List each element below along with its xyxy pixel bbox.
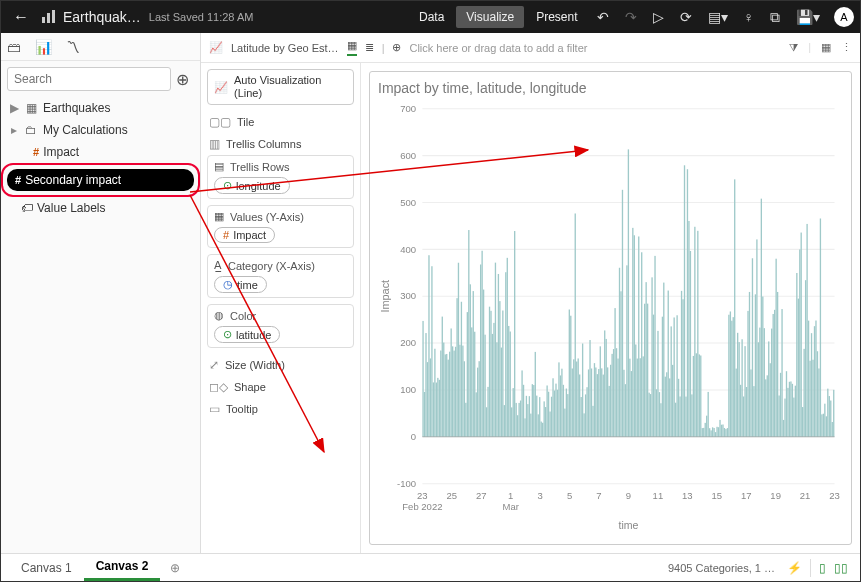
grid-mode-icon[interactable]: ▦ [347,39,357,56]
svg-rect-242 [749,292,750,437]
svg-rect-85 [517,415,518,437]
undo-icon[interactable]: ↶ [589,9,617,25]
svg-rect-138 [595,367,596,436]
shelf-category[interactable]: A̲Category (X-Axis) ◷time [207,254,354,298]
tree-folder-mycalcs[interactable]: ▸🗀 My Calculations [5,119,196,141]
svg-rect-190 [672,365,673,437]
canvas-tab-2[interactable]: Canvas 2 [84,554,161,581]
pill-impact[interactable]: #Impact [214,227,275,243]
svg-rect-30 [436,383,437,437]
svg-rect-144 [604,330,605,436]
props-icon[interactable]: ▦ [821,41,831,54]
search-input[interactable] [7,67,171,91]
svg-rect-199 [685,397,686,437]
svg-text:27: 27 [476,490,487,501]
shelf-tile[interactable]: ▢▢Tile [207,111,354,133]
tab-present[interactable]: Present [526,6,587,28]
tree-item-value-labels[interactable]: 🏷 Value Labels [5,197,196,219]
insight-icon[interactable]: ♀ [736,9,763,25]
shelf-trellis-cols[interactable]: ▥Trellis Columns [207,133,354,155]
svg-rect-119 [567,394,568,437]
pill-time[interactable]: ◷time [214,276,267,293]
filter-icon[interactable]: ⧩ [789,41,798,54]
menu-icon[interactable]: ⋮ [841,41,852,54]
redo-icon[interactable]: ↷ [617,9,645,25]
back-button[interactable]: ← [7,8,35,26]
shelf-size[interactable]: ⤢Size (Width) [207,354,354,376]
avatar[interactable]: A [834,7,854,27]
svg-rect-44 [456,298,457,437]
viz-type-selector[interactable]: 📈 Auto Visualization (Line) [207,69,354,105]
shelf-color[interactable]: ◍Color ⊙latitude [207,304,354,348]
tab-visualize[interactable]: Visualize [456,6,524,28]
svg-text:17: 17 [741,490,752,501]
svg-rect-57 [476,392,477,436]
svg-rect-126 [578,358,579,436]
svg-rect-134 [589,340,590,437]
save-menu-icon[interactable]: 💾▾ [788,9,828,25]
add-canvas-icon[interactable]: ⊕ [160,561,190,575]
export-icon[interactable]: ⧉ [762,9,788,26]
svg-rect-58 [477,368,478,437]
svg-text:13: 13 [682,490,693,501]
preview-icon[interactable]: ▷ [645,9,672,25]
svg-rect-196 [681,291,682,437]
last-saved-label: Last Saved 11:28 AM [149,11,262,23]
tree-item-impact[interactable]: # Impact [5,141,196,163]
canvas-tab-1[interactable]: Canvas 1 [9,554,84,581]
svg-rect-45 [458,263,459,437]
svg-rect-50 [465,403,466,437]
svg-rect-23 [425,333,426,437]
breadcrumb[interactable]: Latitude by Geo Est… [231,42,339,54]
svg-rect-82 [513,388,514,437]
tree-label: Secondary impact [25,173,121,187]
add-data-icon[interactable]: ⊕ [171,70,194,89]
filter-hint[interactable]: Click here or drag data to add a filter [409,42,587,54]
svg-rect-94 [530,414,531,437]
svg-rect-146 [607,367,608,436]
svg-rect-106 [548,392,549,437]
svg-rect-98 [536,396,537,437]
svg-text:400: 400 [400,243,416,254]
comment-icon[interactable]: ▤▾ [700,9,736,25]
svg-rect-71 [496,342,497,437]
folder-icon: 🗀 [23,123,39,137]
chart-card[interactable]: Impact by time, latitude, longitude -100… [369,71,852,545]
shelf-trellis-rows[interactable]: ▤Trellis Rows ⊙longitude [207,155,354,199]
svg-rect-172 [645,282,646,437]
svg-rect-51 [467,312,468,437]
data-pane-icon[interactable]: 🗃 [7,39,21,55]
svg-text:7: 7 [596,490,601,501]
analytics-pane-icon[interactable]: 〽 [66,39,80,55]
svg-rect-214 [708,392,709,437]
shelf-shape[interactable]: ◻◇Shape [207,376,354,398]
list-mode-icon[interactable]: ≣ [365,41,374,54]
refresh-icon[interactable]: ⟳ [672,9,700,25]
svg-rect-250 [761,199,762,437]
svg-rect-165 [635,344,636,436]
svg-rect-260 [775,259,776,437]
svg-rect-245 [753,386,754,437]
pill-longitude[interactable]: ⊙longitude [214,177,290,194]
svg-rect-53 [470,284,471,436]
shelf-values[interactable]: ▦Values (Y-Axis) #Impact [207,205,354,248]
svg-rect-247 [756,239,757,436]
layout-split-icon[interactable]: ▯▯ [830,561,852,575]
add-filter-icon[interactable]: ⊕ [392,41,401,54]
svg-rect-110 [554,390,555,436]
svg-text:5: 5 [567,490,572,501]
svg-rect-89 [523,385,524,437]
live-icon[interactable]: ⚡ [783,561,806,575]
svg-rect-212 [705,423,706,437]
shelf-tooltip[interactable]: ▭Tooltip [207,398,354,420]
tree-item-secondary-impact[interactable]: # Secondary impact [7,169,194,191]
tree-dataset-earthquakes[interactable]: ▶▦ Earthquakes [5,97,196,119]
viz-pane-icon[interactable]: 📊 [35,39,52,55]
tab-data[interactable]: Data [409,6,454,28]
pill-latitude[interactable]: ⊙latitude [214,326,280,343]
svg-text:Mar: Mar [503,501,520,512]
svg-rect-265 [783,420,784,437]
tile-icon: ▢▢ [209,115,231,129]
svg-rect-41 [452,346,453,436]
layout-single-icon[interactable]: ▯ [815,561,830,575]
